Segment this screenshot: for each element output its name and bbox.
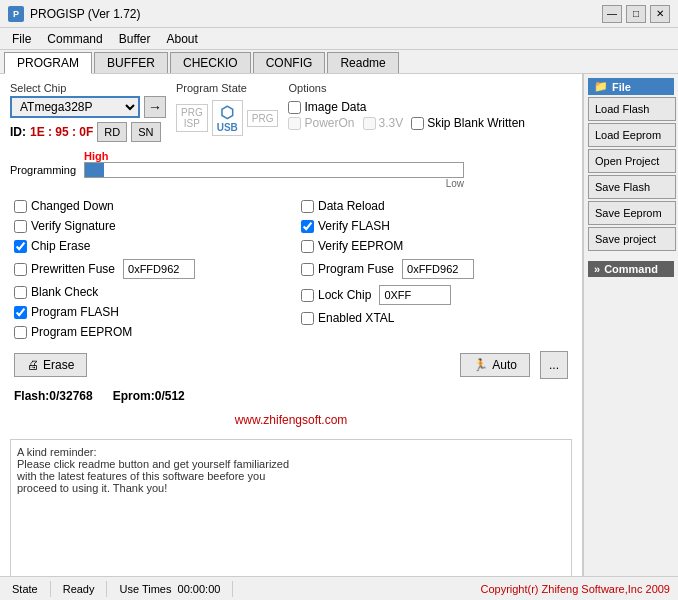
tab-bar: PROGRAM BUFFER CHECKIO CONFIG Readme	[0, 50, 678, 74]
image-data-label[interactable]: Image Data	[288, 100, 366, 114]
minimize-button[interactable]: —	[602, 5, 622, 23]
tab-program[interactable]: PROGRAM	[4, 52, 92, 74]
voltage-checkbox[interactable]	[363, 117, 376, 130]
select-chip-section: Select Chip ATmega328P → ID: 1E : 95 : 0…	[10, 82, 166, 142]
sn-button[interactable]: SN	[131, 122, 160, 142]
prog-usb-icon: ⬡ USB	[212, 100, 243, 136]
menu-file[interactable]: File	[4, 30, 39, 48]
flash-info-row: Flash:0/32768 Eprom:0/512	[6, 387, 576, 405]
close-button[interactable]: ✕	[650, 5, 670, 23]
menu-about[interactable]: About	[159, 30, 206, 48]
data-reload-label: Data Reload	[318, 199, 385, 213]
changed-down-checkbox[interactable]	[14, 200, 27, 213]
blank-check-checkbox-row[interactable]: Blank Check	[14, 285, 281, 299]
enabled-xtal-checkbox[interactable]	[301, 312, 314, 325]
program-flash-checkbox[interactable]	[14, 306, 27, 319]
prog-icons: PRG ISP ⬡ USB PRG	[176, 100, 278, 136]
blank-check-checkbox[interactable]	[14, 286, 27, 299]
chip-erase-checkbox-row[interactable]: Chip Erase	[14, 239, 281, 253]
prewritten-fuse-checkbox[interactable]	[14, 263, 27, 276]
program-fuse-row: Program Fuse	[301, 259, 568, 279]
website-text: www.zhifengsoft.com	[235, 413, 348, 427]
left-panel: Select Chip ATmega328P → ID: 1E : 95 : 0…	[0, 74, 583, 600]
changed-down-checkbox-row[interactable]: Changed Down	[14, 199, 281, 213]
chip-select-row: ATmega328P →	[10, 96, 166, 118]
programming-section: Programming High Low	[6, 148, 576, 191]
tab-buffer[interactable]: BUFFER	[94, 52, 168, 73]
lock-chip-checkbox[interactable]	[301, 289, 314, 302]
program-fuse-input[interactable]	[402, 259, 474, 279]
command-section-header: » Command	[588, 261, 674, 277]
prewritten-fuse-input[interactable]	[123, 259, 195, 279]
options-row: Image Data	[288, 100, 525, 114]
tab-checkio[interactable]: CHECKIO	[170, 52, 251, 73]
use-times-value: 00:00:00	[178, 583, 221, 595]
file-section-header: 📁 File	[588, 78, 674, 95]
program-eeprom-checkbox[interactable]	[14, 326, 27, 339]
more-button[interactable]: ...	[540, 351, 568, 379]
rd-button[interactable]: RD	[97, 122, 127, 142]
program-eeprom-label: Program EEPROM	[31, 325, 132, 339]
chip-select-dropdown[interactable]: ATmega328P	[10, 96, 140, 118]
power-on-text: PowerOn	[304, 116, 354, 130]
image-data-checkbox[interactable]	[288, 101, 301, 114]
menu-command[interactable]: Command	[39, 30, 110, 48]
verify-eeprom-checkbox-row[interactable]: Verify EEPROM	[301, 239, 568, 253]
maximize-button[interactable]: □	[626, 5, 646, 23]
prog-low-label: Low	[446, 178, 464, 189]
prog-high-label: High	[84, 150, 108, 162]
skip-blank-text: Skip Blank Written	[427, 116, 525, 130]
changed-down-label: Changed Down	[31, 199, 114, 213]
prog-bar-area: High Low	[84, 150, 464, 189]
lock-chip-input[interactable]	[379, 285, 451, 305]
data-reload-checkbox[interactable]	[301, 200, 314, 213]
program-fuse-checkbox[interactable]	[301, 263, 314, 276]
erase-icon: 🖨	[27, 358, 39, 372]
chip-arrow-button[interactable]: →	[144, 96, 166, 118]
options-label: Options	[288, 82, 525, 94]
enabled-xtal-checkbox-row[interactable]: Enabled XTAL	[301, 311, 568, 325]
eeprom-info: Eprom:0/512	[113, 389, 185, 403]
main-layout: Select Chip ATmega328P → ID: 1E : 95 : 0…	[0, 74, 678, 600]
program-flash-checkbox-row[interactable]: Program FLASH	[14, 305, 281, 319]
lock-chip-row: Lock Chip	[301, 285, 568, 305]
verify-signature-checkbox-row[interactable]: Verify Signature	[14, 219, 281, 233]
command-header-label: Command	[604, 263, 658, 275]
copyright-text: Copyright(r) Zhifeng Software,Inc 2009	[472, 581, 678, 597]
state-segment: State	[0, 581, 51, 597]
id-label: ID:	[10, 125, 26, 139]
chip-erase-checkbox[interactable]	[14, 240, 27, 253]
save-project-button[interactable]: Save project	[588, 227, 676, 251]
verify-flash-checkbox[interactable]	[301, 220, 314, 233]
power-on-label[interactable]: PowerOn	[288, 116, 354, 130]
erase-button[interactable]: 🖨 Erase	[14, 353, 87, 377]
file-header-label: File	[612, 81, 631, 93]
verify-flash-checkbox-row[interactable]: Verify FLASH	[301, 219, 568, 233]
prog-bar	[84, 162, 464, 178]
power-on-checkbox[interactable]	[288, 117, 301, 130]
skip-blank-checkbox[interactable]	[411, 117, 424, 130]
verify-signature-checkbox[interactable]	[14, 220, 27, 233]
save-flash-button[interactable]: Save Flash	[588, 175, 676, 199]
load-flash-button[interactable]: Load Flash	[588, 97, 676, 121]
title-bar: P PROGISP (Ver 1.72) — □ ✕	[0, 0, 678, 28]
menu-buffer[interactable]: Buffer	[111, 30, 159, 48]
ready-segment: Ready	[51, 581, 108, 597]
data-reload-checkbox-row[interactable]: Data Reload	[301, 199, 568, 213]
image-data-text: Image Data	[304, 100, 366, 114]
load-eeprom-button[interactable]: Load Eeprom	[588, 123, 676, 147]
options-section: Options Image Data PowerOn 3.3V	[288, 82, 525, 130]
tab-readme[interactable]: Readme	[327, 52, 398, 73]
skip-blank-label[interactable]: Skip Blank Written	[411, 116, 525, 130]
voltage-label[interactable]: 3.3V	[363, 116, 404, 130]
open-project-button[interactable]: Open Project	[588, 149, 676, 173]
verify-eeprom-checkbox[interactable]	[301, 240, 314, 253]
program-eeprom-checkbox-row[interactable]: Program EEPROM	[14, 325, 281, 339]
auto-button[interactable]: 🏃 Auto	[460, 353, 530, 377]
tab-config[interactable]: CONFIG	[253, 52, 326, 73]
auto-icon: 🏃	[473, 358, 488, 372]
status-bar: State Ready Use Times 00:00:00 Copyright…	[0, 576, 678, 600]
save-eeprom-button[interactable]: Save Eeprom	[588, 201, 676, 225]
file-section: 📁 File Load Flash Load Eeprom Open Proje…	[584, 74, 678, 257]
prog-prg-icon: PRG	[247, 110, 279, 127]
